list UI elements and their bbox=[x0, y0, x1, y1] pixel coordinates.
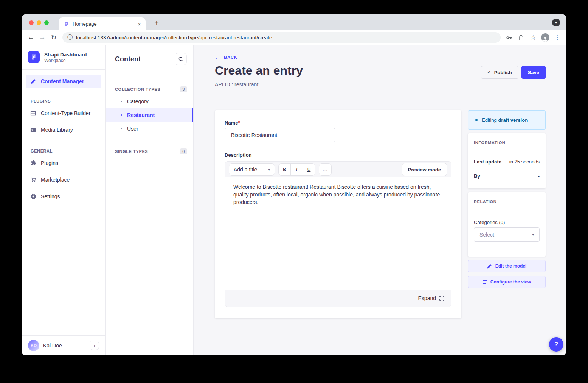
profile-avatar[interactable] bbox=[540, 32, 551, 43]
back-link[interactable]: ← BACK bbox=[215, 54, 237, 60]
check-icon: ✓ bbox=[487, 70, 491, 75]
help-button[interactable]: ? bbox=[549, 337, 563, 352]
reload-icon[interactable]: ↻ bbox=[48, 32, 59, 43]
rich-text-editor: Add a title ▾ B I U ... Preview mode bbox=[225, 161, 451, 307]
bullet-icon bbox=[121, 101, 122, 102]
sidebar-item-label: Plugins bbox=[41, 160, 58, 166]
meta-panel: Editing draft version INFORMATION Last u… bbox=[468, 110, 546, 318]
expand-icon[interactable] bbox=[439, 296, 444, 301]
description-textarea[interactable]: Welcome to Biscotte restaurant! Restaura… bbox=[225, 177, 451, 290]
sidebar-item-label: Content Manager bbox=[41, 78, 84, 84]
bookmark-star-icon[interactable]: ☆ bbox=[528, 32, 538, 43]
site-info-icon[interactable]: ⓘ bbox=[67, 34, 73, 41]
bullet-icon bbox=[121, 128, 122, 129]
workspace-brand[interactable]: Strapi Dashboard Workplace bbox=[22, 45, 105, 69]
minimize-window-button[interactable] bbox=[37, 20, 41, 25]
search-button[interactable] bbox=[175, 53, 187, 65]
description-field-label: Description bbox=[225, 152, 451, 158]
entry-form-card: Name* Description Add a title ▾ B bbox=[215, 110, 461, 318]
back-nav-icon[interactable]: ← bbox=[25, 32, 37, 43]
collection-types-count-badge: 3 bbox=[180, 86, 187, 92]
browser-window: Homepage × + ▾ ← → ↻ ⓘ localhost:1337/ad… bbox=[22, 14, 566, 355]
name-input[interactable] bbox=[225, 128, 335, 142]
user-name: Kai Doe bbox=[43, 343, 62, 349]
general-section-header: GENERAL bbox=[31, 149, 105, 153]
single-types-count-badge: 0 bbox=[180, 148, 187, 154]
close-tab-icon[interactable]: × bbox=[138, 21, 141, 27]
gear-icon bbox=[30, 193, 36, 199]
relation-header: RELATION bbox=[474, 199, 540, 204]
sidebar-item-settings[interactable]: Settings bbox=[26, 188, 101, 205]
more-formatting-button[interactable]: ... bbox=[319, 163, 332, 176]
back-arrow-icon: ← bbox=[215, 54, 220, 60]
tab-search-button[interactable]: ▾ bbox=[552, 19, 560, 26]
browser-menu-icon[interactable]: ⋮ bbox=[552, 32, 563, 43]
sidebar-item-label: Settings bbox=[41, 193, 60, 199]
subnav-item-label: Restaurant bbox=[127, 112, 155, 118]
sidebar-item-plugins[interactable]: Plugins bbox=[26, 155, 101, 171]
configure-view-button[interactable]: Configure the view bbox=[468, 276, 546, 288]
sidebar-item-label: Media Library bbox=[41, 127, 73, 133]
status-dot-icon bbox=[475, 119, 478, 121]
subnav-item-restaurant[interactable]: Restaurant bbox=[106, 108, 193, 122]
edit-model-button[interactable]: Edit the model bbox=[468, 260, 546, 272]
share-icon[interactable] bbox=[516, 32, 526, 43]
main-sidebar: Strapi Dashboard Workplace Content Manag… bbox=[22, 45, 106, 355]
sidebar-item-content-manager[interactable]: Content Manager bbox=[26, 75, 101, 88]
url-text: localhost:1337/admin/content-manager/col… bbox=[76, 35, 272, 40]
cart-icon bbox=[30, 177, 36, 183]
sidebar-item-marketplace[interactable]: Marketplace bbox=[26, 171, 101, 188]
puzzle-icon bbox=[30, 160, 36, 166]
image-icon bbox=[30, 127, 36, 133]
draft-status-badge: Editing draft version bbox=[468, 110, 546, 130]
password-key-icon[interactable] bbox=[504, 32, 514, 43]
api-id-subtitle: API ID : restaurant bbox=[215, 81, 258, 87]
configure-lines-icon bbox=[483, 280, 487, 284]
sidebar-item-media-library[interactable]: Media Library bbox=[26, 121, 101, 138]
bold-button[interactable]: B bbox=[279, 163, 291, 176]
layout-grid-icon bbox=[30, 111, 36, 116]
new-tab-button[interactable]: + bbox=[152, 19, 161, 28]
information-card: INFORMATION Last update in 25 seconds By… bbox=[468, 133, 546, 188]
categories-label: Categories (0) bbox=[474, 220, 540, 225]
required-mark: * bbox=[238, 120, 240, 126]
strapi-logo-icon bbox=[28, 51, 40, 63]
description-text: Welcome to Biscotte restaurant! Restaura… bbox=[233, 183, 441, 206]
publish-button[interactable]: ✓ Publish bbox=[481, 66, 518, 79]
categories-select[interactable]: Select ▾ bbox=[474, 227, 540, 242]
tab-strip: Homepage × + ▾ bbox=[22, 14, 566, 30]
sidebar-divider bbox=[22, 69, 105, 70]
subnav-item-label: Category bbox=[127, 98, 149, 104]
information-header: INFORMATION bbox=[474, 140, 540, 145]
card-divider bbox=[474, 209, 540, 209]
preview-mode-button[interactable]: Preview mode bbox=[402, 163, 447, 176]
subnav-item-user[interactable]: User bbox=[106, 122, 193, 135]
subnav-divider bbox=[115, 73, 124, 73]
browser-tab[interactable]: Homepage × bbox=[59, 17, 146, 30]
zoom-window-button[interactable] bbox=[44, 20, 49, 25]
plugins-section-header: PLUGINS bbox=[31, 99, 105, 103]
collapse-sidebar-button[interactable]: ‹ bbox=[90, 341, 99, 350]
sidebar-item-content-type-builder[interactable]: Content-Type Builder bbox=[26, 105, 101, 121]
subnav-item-category[interactable]: Category bbox=[106, 95, 193, 108]
card-divider bbox=[474, 150, 540, 150]
italic-button[interactable]: I bbox=[291, 163, 303, 176]
chevron-down-icon: ▾ bbox=[532, 233, 534, 237]
single-types-header: SINGLE TYPES 0 bbox=[115, 148, 187, 154]
by-row: By - bbox=[474, 173, 540, 179]
main-content: ← BACK Create an entry API ID : restaura… bbox=[194, 45, 566, 355]
save-button[interactable]: Save bbox=[521, 66, 546, 79]
underline-button[interactable]: U bbox=[303, 163, 315, 176]
forward-nav-icon[interactable]: → bbox=[37, 32, 48, 43]
editor-footer: Expand bbox=[225, 290, 451, 307]
url-bar[interactable]: ⓘ localhost:1337/admin/content-manager/c… bbox=[62, 32, 501, 43]
name-field-label: Name* bbox=[225, 120, 451, 126]
window-controls bbox=[29, 20, 49, 25]
user-avatar[interactable]: KD bbox=[28, 340, 39, 351]
browser-toolbar: ← → ↻ ⓘ localhost:1337/admin/content-man… bbox=[22, 30, 566, 45]
tab-title: Homepage bbox=[73, 21, 134, 27]
title-style-dropdown[interactable]: Add a title ▾ bbox=[229, 163, 275, 176]
content-subnav: Content COLLECTION TYPES 3 Category Rest… bbox=[106, 45, 194, 355]
expand-button[interactable]: Expand bbox=[418, 295, 436, 301]
close-window-button[interactable] bbox=[29, 20, 34, 25]
